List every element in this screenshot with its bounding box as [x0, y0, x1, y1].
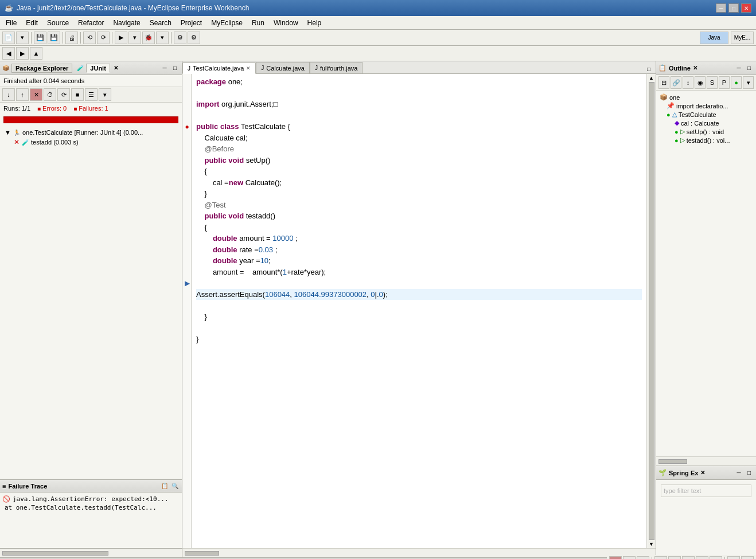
menu-edit[interactable]: Edit: [22, 18, 41, 28]
terminate-button[interactable]: ■: [609, 556, 622, 559]
menu-run[interactable]: Run: [248, 18, 268, 28]
outline-link-editor[interactable]: 🔗: [671, 76, 681, 89]
debug-dropdown[interactable]: ▾: [156, 32, 169, 44]
editor-wrapper[interactable]: ● ▶ package one; import org.junit.Assert…: [182, 74, 656, 548]
forward-button[interactable]: ▶: [16, 47, 29, 60]
back-button[interactable]: ◀: [2, 47, 15, 60]
menu-project[interactable]: Project: [177, 18, 205, 28]
java-perspective[interactable]: Java: [700, 32, 728, 44]
maximize-spring-button[interactable]: □: [745, 468, 754, 478]
outline-item-field[interactable]: ◆ cal : Calcuate: [658, 119, 754, 127]
toolbar-2: ◀ ▶ ▲: [0, 46, 756, 61]
scroll-thumb[interactable]: [649, 82, 654, 540]
menu-help[interactable]: Help: [304, 18, 325, 28]
maximize-button[interactable]: □: [728, 3, 739, 13]
hscroll-thumb[interactable]: [185, 551, 219, 556]
save-button[interactable]: 💾: [34, 32, 46, 44]
console-view-menu[interactable]: ▾: [710, 556, 722, 559]
outline-item-testadd[interactable]: ● ▷ testadd() : voi...: [658, 136, 754, 144]
run-button[interactable]: ▶: [115, 32, 127, 44]
minimize-console-button[interactable]: ─: [727, 556, 740, 559]
maximize-panel-button[interactable]: □: [170, 64, 180, 73]
outline-panel-header: 📋 Outline ✕ ─ □: [656, 61, 756, 75]
tab-fulifourth[interactable]: J fulifourth.java: [310, 62, 363, 73]
debug-button[interactable]: 🐞: [142, 32, 155, 44]
junit-prev-fail[interactable]: ↑: [16, 88, 29, 101]
up-button[interactable]: ▲: [30, 47, 42, 60]
junit-settings[interactable]: ☰: [85, 88, 98, 101]
outline-item-package[interactable]: 📦 one: [658, 93, 754, 101]
save-all-button[interactable]: 💾: [48, 32, 60, 44]
junit-tab[interactable]: JUnit: [86, 64, 110, 73]
remove-console-button[interactable]: ✕: [623, 556, 636, 559]
junit-view-menu[interactable]: ▾: [99, 88, 111, 101]
spring-filter-input[interactable]: type filter text: [661, 484, 751, 497]
menu-refactor[interactable]: Refactor: [75, 18, 107, 28]
new-console-button[interactable]: +: [682, 556, 695, 559]
tb-dropdown-1[interactable]: ▾: [16, 32, 29, 44]
editor-vscrollbar[interactable]: ▲ ▼: [646, 74, 656, 548]
title-bar-controls[interactable]: ─ □ ✕: [716, 3, 751, 13]
junit-next-fail[interactable]: ↓: [2, 88, 15, 101]
outline-hscrollbar[interactable]: [656, 456, 756, 466]
junit-rerun[interactable]: ⟳: [57, 88, 70, 101]
tab-close-testcalculate[interactable]: ✕: [246, 65, 251, 71]
myeclipse-perspective[interactable]: MyE...: [731, 32, 754, 44]
tab-testcalculate[interactable]: J TestCalculate.java ✕: [182, 62, 256, 74]
outline-hscroll-thumb[interactable]: [658, 459, 687, 464]
close-spring-icon[interactable]: ✕: [700, 470, 705, 476]
scroll-lock-button[interactable]: 🔒: [654, 556, 667, 559]
outline-hide-non-public[interactable]: P: [719, 76, 730, 89]
word-wrap-button[interactable]: ↩: [668, 556, 681, 559]
menu-navigate[interactable]: Navigate: [110, 18, 143, 28]
remove-all-button[interactable]: ⊗: [637, 556, 649, 559]
outline-hide-static[interactable]: S: [707, 76, 718, 89]
editor-hscrollbar[interactable]: [182, 548, 656, 557]
tb-btn-4[interactable]: ⟳: [97, 32, 110, 44]
minimize-outline-button[interactable]: ─: [734, 64, 743, 73]
scroll-down-arrow[interactable]: ▼: [649, 541, 654, 547]
close-junit-icon[interactable]: ✕: [114, 65, 118, 71]
outline-item-import[interactable]: 📌 import declaratio...: [658, 101, 754, 110]
left-scrollbar[interactable]: [0, 548, 182, 557]
menu-myeclipse[interactable]: MyEclipse: [208, 18, 246, 28]
editor-code[interactable]: package one; import org.junit.Assert;□ p…: [192, 74, 646, 548]
outline-sort[interactable]: ↕: [683, 76, 693, 89]
maximize-outline-button[interactable]: □: [745, 64, 754, 73]
package-explorer-tab[interactable]: Package Explorer: [11, 64, 72, 73]
junit-stop[interactable]: ■: [71, 88, 84, 101]
minimize-button[interactable]: ─: [716, 3, 726, 13]
outline-hide-local[interactable]: ●: [731, 76, 742, 89]
menu-source[interactable]: Source: [44, 18, 72, 28]
tb-btn-ext-1[interactable]: ⚙: [174, 32, 186, 44]
outline-hide-fields[interactable]: ◉: [695, 76, 706, 89]
scroll-up-arrow[interactable]: ▲: [649, 75, 654, 81]
menu-search[interactable]: Search: [146, 18, 175, 28]
outline-item-setup[interactable]: ● ▷ setUp() : void: [658, 127, 754, 136]
tab-calcuate[interactable]: J Calcuate.java: [256, 62, 310, 73]
maximize-console-button[interactable]: □: [741, 556, 754, 559]
tree-item-test[interactable]: ✕ 🧪 testadd (0.003 s): [2, 137, 180, 147]
menu-file[interactable]: File: [2, 18, 20, 28]
junit-fail-icon[interactable]: ✕: [30, 88, 42, 101]
outline-item-class[interactable]: ● △ TestCalculate: [658, 110, 754, 119]
outline-view-menu[interactable]: ▾: [743, 76, 754, 89]
minimize-spring-button[interactable]: ─: [734, 468, 743, 478]
menu-window[interactable]: Window: [270, 18, 302, 28]
outline-collapse-all[interactable]: ⊟: [658, 76, 669, 89]
run-dropdown[interactable]: ▾: [128, 32, 141, 44]
copy-trace-button[interactable]: 📋: [160, 482, 169, 491]
minimize-panel-button[interactable]: ─: [160, 64, 169, 73]
tree-item-runner[interactable]: ▼ 🏃 one.TestCalculate [Runner: JUnit 4] …: [2, 128, 180, 137]
close-outline-icon[interactable]: ✕: [693, 65, 697, 71]
maximize-editor-button[interactable]: □: [644, 64, 653, 73]
close-button[interactable]: ✕: [741, 3, 751, 13]
left-scroll-thumb[interactable]: [2, 551, 108, 556]
tb-btn-ext-2[interactable]: ⚙: [188, 32, 200, 44]
pin-console-button[interactable]: 📌: [696, 556, 708, 559]
junit-history[interactable]: ⏱: [44, 88, 56, 101]
print-button[interactable]: 🖨: [65, 32, 78, 44]
filter-trace-button[interactable]: 🔍: [170, 482, 180, 491]
tb-btn-3[interactable]: ⟲: [83, 32, 96, 44]
new-button[interactable]: 📄: [2, 32, 15, 44]
